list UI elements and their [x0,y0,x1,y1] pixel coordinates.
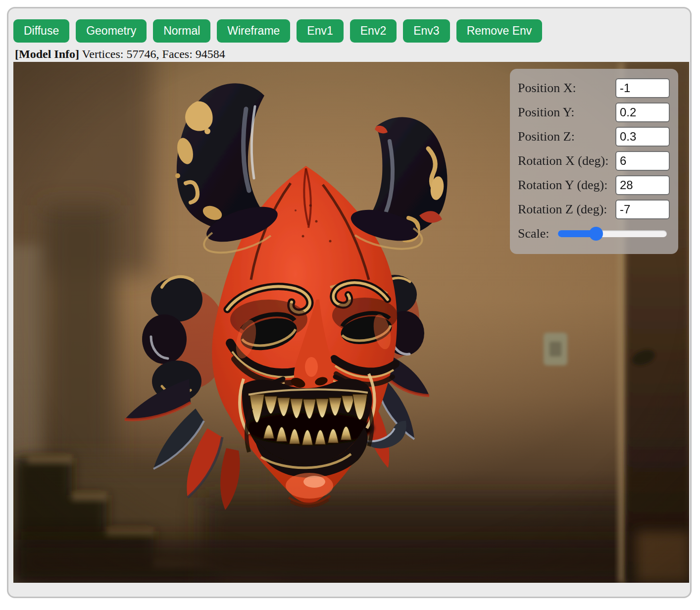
scale-slider[interactable] [558,227,667,241]
position-y-input[interactable] [615,102,670,122]
position-x-input[interactable] [615,78,670,98]
normal-button[interactable]: Normal [153,19,210,43]
wireframe-button[interactable]: Wireframe [217,19,290,43]
transform-panel: Position X: Position Y: Position Z: Rota… [510,69,678,254]
model-info-stats: Vertices: 57746, Faces: 94584 [82,48,225,60]
rotation-x-input[interactable] [615,151,670,171]
remove-env-button[interactable]: Remove Env [456,19,543,43]
model-info-label: [Model Info] [15,48,79,60]
model-info: [Model Info] Vertices: 57746, Faces: 945… [15,48,690,60]
position-z-input[interactable] [615,127,670,147]
rotation-z-input[interactable] [615,200,670,219]
rotation-x-label: Rotation X (deg): [518,153,615,168]
scale-label: Scale: [518,226,558,241]
app-container: Diffuse Geometry Normal Wireframe Env1 E… [7,7,692,598]
rotation-z-row: Rotation Z (deg): [518,200,670,219]
position-y-row: Position Y: [518,102,670,122]
3d-viewport[interactable]: Position X: Position Y: Position Z: Rota… [13,62,689,583]
env3-button[interactable]: Env3 [403,19,450,43]
position-x-label: Position X: [518,81,615,96]
position-z-label: Position Z: [518,129,615,144]
env1-button[interactable]: Env1 [297,19,343,43]
toolbar: Diffuse Geometry Normal Wireframe Env1 E… [13,19,690,43]
scale-slider-thumb[interactable] [589,227,603,241]
rotation-y-row: Rotation Y (deg): [518,175,670,195]
scale-row: Scale: [518,224,670,244]
geometry-button[interactable]: Geometry [76,19,147,43]
env2-button[interactable]: Env2 [350,19,397,43]
diffuse-button[interactable]: Diffuse [13,19,69,43]
rotation-y-input[interactable] [615,175,670,195]
rotation-y-label: Rotation Y (deg): [518,178,615,193]
position-z-row: Position Z: [518,127,670,147]
position-y-label: Position Y: [518,105,615,120]
position-x-row: Position X: [518,78,670,98]
rotation-x-row: Rotation X (deg): [518,151,670,171]
rotation-z-label: Rotation Z (deg): [518,202,615,217]
